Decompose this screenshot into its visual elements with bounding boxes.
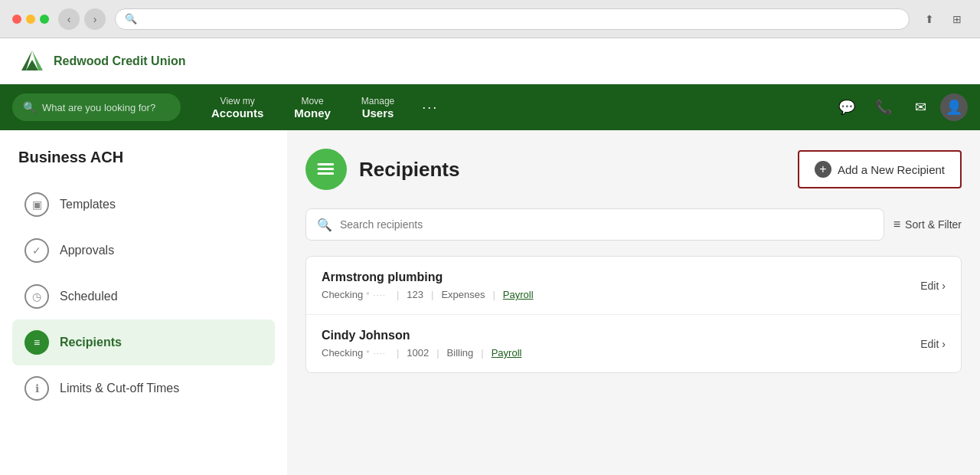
chevron-right-icon-1: › <box>942 280 946 292</box>
content-header: Recipients + Add a New Recipient <box>305 149 962 190</box>
account-number-1: 123 <box>407 289 423 300</box>
recipient-actions-2[interactable]: Edit › <box>920 338 946 350</box>
recipients-icon: ≡ <box>24 330 49 355</box>
main-content: Business ACH ▣ Templates ✓ Approvals ◷ S… <box>0 130 980 475</box>
phone-icon[interactable]: 📞 <box>867 90 900 124</box>
sidebar-item-label-approvals: Approvals <box>60 244 114 257</box>
sidebar-item-label-templates: Templates <box>60 198 116 211</box>
logo-icon <box>18 48 46 75</box>
add-new-recipient-button[interactable]: + Add a New Recipient <box>798 150 962 188</box>
minimize-button[interactable] <box>26 15 35 24</box>
browser-actions: ⬆ ⊞ <box>919 8 968 30</box>
masked-account-1: * ···· <box>363 290 389 300</box>
sidebar-title: Business ACH <box>12 149 275 166</box>
separator-2c: | <box>481 347 483 359</box>
sidebar: Business ACH ▣ Templates ✓ Approvals ◷ S… <box>0 130 287 475</box>
nav-item-accounts[interactable]: View my Accounts <box>196 96 279 120</box>
edit-label-2[interactable]: Edit <box>920 338 939 350</box>
search-input[interactable] <box>340 218 873 231</box>
nav-top-money: Move <box>294 96 331 106</box>
chat-icon[interactable]: 💬 <box>830 90 864 124</box>
recipient-name-2: Cindy Johnson <box>322 329 521 342</box>
nav-top-accounts: View my <box>211 96 263 106</box>
scheduled-icon: ◷ <box>24 284 49 309</box>
approvals-icon: ✓ <box>24 238 49 263</box>
svg-rect-4 <box>318 168 334 170</box>
content-area: Recipients + Add a New Recipient 🔍 ≡ Sor… <box>287 130 980 475</box>
share-icon[interactable]: ⬆ <box>919 8 940 30</box>
sidebar-item-label-recipients: Recipients <box>60 336 122 349</box>
nav-item-money[interactable]: Move Money <box>279 96 346 120</box>
payroll-link-2[interactable]: Payroll <box>492 347 522 359</box>
edit-label-1[interactable]: Edit <box>920 280 939 292</box>
filter-icon: ≡ <box>893 218 900 231</box>
search-placeholder: What are you looking for? <box>42 102 155 113</box>
svg-rect-3 <box>318 163 334 165</box>
user-avatar[interactable]: 👤 <box>940 93 968 121</box>
sidebar-item-label-limits: Limits & Cut-off Times <box>60 382 179 395</box>
global-search[interactable]: 🔍 What are you looking for? <box>12 93 181 121</box>
mail-icon[interactable]: ✉ <box>903 90 937 124</box>
svg-rect-5 <box>318 172 334 175</box>
limits-icon: ℹ <box>24 376 49 401</box>
sidebar-item-scheduled[interactable]: ◷ Scheduled <box>12 274 275 319</box>
add-icon: + <box>815 161 831 178</box>
account-number-2: 1002 <box>407 347 429 359</box>
header: Redwood Credit Union <box>0 38 980 84</box>
traffic-lights <box>12 15 49 24</box>
separator-2b: | <box>436 347 439 359</box>
sidebar-item-templates[interactable]: ▣ Templates <box>12 182 275 228</box>
content-title-area: Recipients <box>305 149 460 190</box>
templates-icon: ▣ <box>24 192 49 217</box>
list-icon <box>315 159 337 180</box>
sidebar-item-limits[interactable]: ℹ Limits & Cut-off Times <box>12 365 275 411</box>
sidebar-item-approvals[interactable]: ✓ Approvals <box>12 228 275 274</box>
nav-top-users: Manage <box>361 96 394 106</box>
chevron-right-icon-2: › <box>942 338 946 350</box>
logo: Redwood Credit Union <box>18 48 185 75</box>
account-type-2: Checking <box>322 347 363 359</box>
separator-2a: | <box>397 347 399 359</box>
close-button[interactable] <box>12 15 21 24</box>
search-icon: 🔍 <box>125 13 137 25</box>
separator-1b: | <box>431 289 433 300</box>
maximize-button[interactable] <box>40 15 49 24</box>
svg-point-7 <box>318 168 320 170</box>
svg-point-6 <box>318 163 320 165</box>
recipient-list: Armstrong plumbing Checking * ···· | 123… <box>305 256 962 373</box>
nav-item-users[interactable]: Manage Users <box>346 96 410 120</box>
sort-filter-button[interactable]: ≡ Sort & Filter <box>893 218 962 231</box>
separator-1c: | <box>492 289 495 300</box>
sidebar-item-label-scheduled: Scheduled <box>60 290 118 303</box>
url-bar[interactable]: 🔍 <box>115 8 910 30</box>
account-type-1: Checking <box>322 289 363 300</box>
nav-links: View my Accounts Move Money Manage Users… <box>196 96 830 120</box>
sidebar-item-recipients[interactable]: ≡ Recipients <box>12 319 275 365</box>
forward-button[interactable]: › <box>84 8 106 30</box>
page-title: Recipients <box>359 158 460 182</box>
browser-nav-buttons: ‹ › <box>58 8 106 30</box>
search-icon: 🔍 <box>317 218 332 232</box>
table-row: Cindy Johnson Checking * ···· | 1002 | B… <box>306 315 961 372</box>
recipient-details-2: Checking * ···· | 1002 | Billing | Payro… <box>322 347 521 359</box>
recipient-name-1: Armstrong plumbing <box>322 270 534 284</box>
nav-icons: 💬 📞 ✉ 👤 <box>830 90 968 124</box>
tab-icon[interactable]: ⊞ <box>946 8 968 30</box>
back-button[interactable]: ‹ <box>58 8 80 30</box>
navbar: 🔍 What are you looking for? View my Acco… <box>0 84 980 130</box>
logo-text: Redwood Credit Union <box>54 54 185 68</box>
recipient-search-bar[interactable]: 🔍 <box>305 208 884 241</box>
nav-more-button[interactable]: ··· <box>410 100 450 116</box>
recipient-details-1: Checking * ···· | 123 | Expenses | Payro… <box>322 289 534 300</box>
category-2: Billing <box>447 347 474 359</box>
payroll-link-1[interactable]: Payroll <box>503 289 534 300</box>
nav-bottom-users: Users <box>361 106 394 120</box>
separator-1a: | <box>397 289 399 300</box>
app: Redwood Credit Union 🔍 What are you look… <box>0 38 980 475</box>
recipients-page-icon <box>305 149 347 190</box>
masked-account-2: * ···· <box>363 349 389 358</box>
recipient-actions-1[interactable]: Edit › <box>920 280 946 292</box>
search-icon: 🔍 <box>23 101 36 113</box>
sort-filter-label: Sort & Filter <box>905 218 962 231</box>
add-btn-label: Add a New Recipient <box>838 163 945 176</box>
